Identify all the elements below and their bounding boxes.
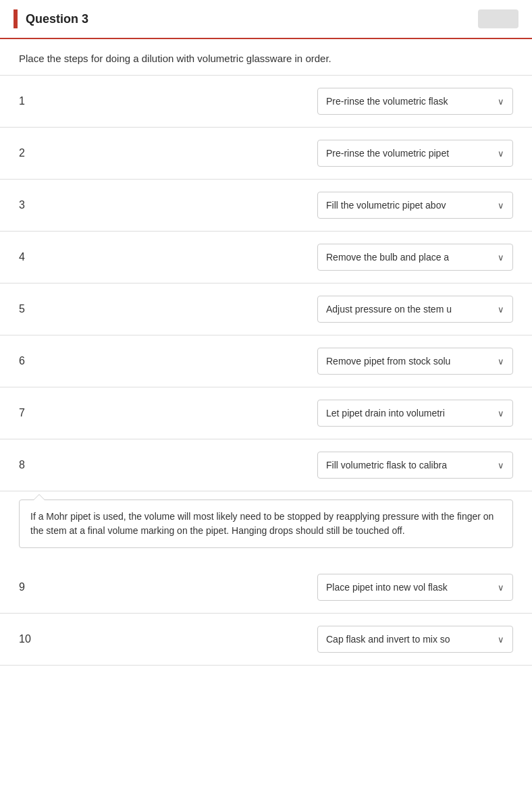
chevron-down-icon: ∨	[498, 634, 504, 645]
step-dropdown-text: Fill the volumetric pipet abov	[326, 200, 492, 211]
page-container: Question 3 Place the steps for doing a d…	[0, 0, 532, 810]
step-dropdown[interactable]: Adjust pressure on the stem u∨	[317, 296, 513, 323]
header-badge	[478, 9, 518, 28]
step-row: 7Let pipet drain into volumetri∨	[0, 387, 532, 439]
step-dropdown-text: Let pipet drain into volumetri	[326, 408, 492, 418]
step-number: 10	[19, 633, 59, 645]
steps-after-note-container: 9Place pipet into new vol flask∨10Cap fl…	[0, 562, 532, 666]
steps-container: 1Pre-rinse the volumetric flask∨2Pre-rin…	[0, 76, 532, 491]
step-number: 1	[19, 95, 59, 107]
step-dropdown[interactable]: Fill the volumetric pipet abov∨	[317, 192, 513, 219]
step-number: 9	[19, 581, 59, 593]
chevron-down-icon: ∨	[498, 408, 504, 418]
chevron-down-icon: ∨	[498, 356, 504, 367]
step-dropdown-text: Pre-rinse the volumetric flask	[326, 96, 492, 107]
chevron-down-icon: ∨	[498, 97, 504, 107]
step-row: 9Place pipet into new vol flask∨	[0, 562, 532, 614]
chevron-down-icon: ∨	[498, 583, 504, 593]
step-row: 3Fill the volumetric pipet abov∨	[0, 180, 532, 232]
step-dropdown-text: Remove pipet from stock solu	[326, 356, 492, 367]
step-dropdown-text: Place pipet into new vol flask	[326, 582, 492, 593]
chevron-down-icon: ∨	[498, 148, 504, 159]
step-dropdown[interactable]: Remove pipet from stock solu∨	[317, 348, 513, 375]
step-number: 8	[19, 459, 59, 471]
step-dropdown[interactable]: Fill volumetric flask to calibra∨	[317, 452, 513, 479]
step-row: 6Remove pipet from stock solu∨	[0, 335, 532, 387]
step-dropdown[interactable]: Pre-rinse the volumetric flask∨	[317, 88, 513, 115]
step-number: 7	[19, 407, 59, 419]
step-row: 10Cap flask and invert to mix so∨	[0, 614, 532, 666]
step-row: 1Pre-rinse the volumetric flask∨	[0, 76, 532, 128]
step-number: 5	[19, 303, 59, 315]
step-row: 4Remove the bulb and place a∨	[0, 232, 532, 284]
question-title: Question 3	[26, 12, 478, 26]
step-number: 3	[19, 199, 59, 211]
step-number: 6	[19, 355, 59, 367]
chevron-down-icon: ∨	[498, 460, 504, 470]
chevron-down-icon: ∨	[498, 252, 504, 263]
step-dropdown-text: Cap flask and invert to mix so	[326, 634, 492, 645]
step-dropdown-text: Pre-rinse the volumetric pipet	[326, 148, 492, 159]
step-row: 2Pre-rinse the volumetric pipet∨	[0, 128, 532, 180]
question-marker	[14, 9, 18, 28]
step-dropdown-text: Fill volumetric flask to calibra	[326, 460, 492, 470]
step-row: 5Adjust pressure on the stem u∨	[0, 284, 532, 335]
chevron-down-icon: ∨	[498, 200, 504, 211]
step-number: 2	[19, 147, 59, 159]
step-number: 4	[19, 251, 59, 263]
step-dropdown-text: Adjust pressure on the stem u	[326, 304, 492, 315]
step-dropdown[interactable]: Let pipet drain into volumetri∨	[317, 400, 513, 427]
note-box: If a Mohr pipet is used, the volume will…	[19, 500, 513, 548]
question-header: Question 3	[0, 0, 532, 39]
step-dropdown[interactable]: Cap flask and invert to mix so∨	[317, 626, 513, 653]
chevron-down-icon: ∨	[498, 304, 504, 315]
step-dropdown[interactable]: Place pipet into new vol flask∨	[317, 574, 513, 601]
question-instruction: Place the steps for doing a dilution wit…	[0, 39, 532, 76]
step-dropdown[interactable]: Pre-rinse the volumetric pipet∨	[317, 140, 513, 167]
step-dropdown-text: Remove the bulb and place a	[326, 252, 492, 263]
step-dropdown[interactable]: Remove the bulb and place a∨	[317, 244, 513, 271]
step-row: 8Fill volumetric flask to calibra∨	[0, 439, 532, 491]
